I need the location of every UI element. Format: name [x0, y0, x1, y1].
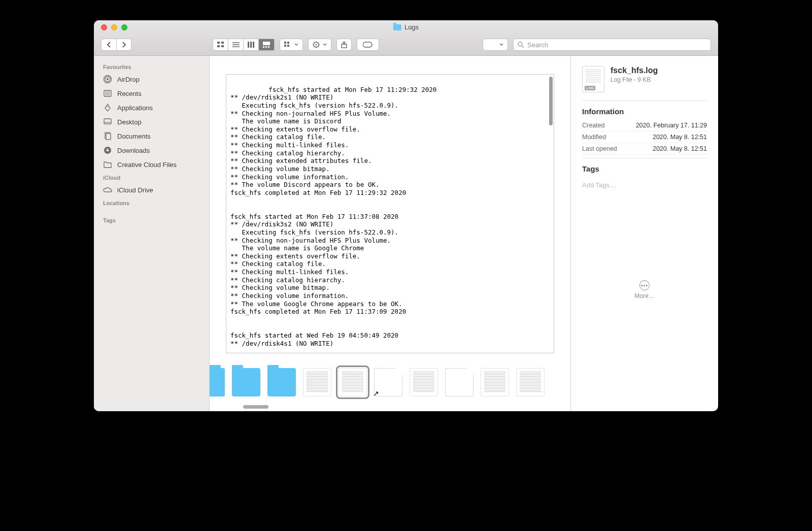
thumbnail-folder[interactable] — [210, 368, 225, 396]
thumbnail-file-selected[interactable] — [339, 368, 367, 396]
sidebar-item-recents[interactable]: Recents — [94, 86, 209, 101]
forward-button[interactable] — [116, 39, 131, 51]
info-filename: fsck_hfs.log — [611, 66, 658, 75]
sidebar-item-airdrop[interactable]: AirDrop — [94, 72, 209, 86]
search-field[interactable]: Search — [513, 39, 711, 51]
folder-icon — [393, 24, 401, 30]
action-menu-button[interactable] — [308, 39, 331, 51]
svg-rect-2 — [217, 45, 220, 47]
sidebar-item-icloud-drive[interactable]: iCloud Drive — [94, 183, 209, 197]
svg-rect-8 — [250, 42, 252, 48]
info-row-modified: Modified2020. May 8. 12:51 — [582, 131, 707, 143]
svg-rect-15 — [287, 42, 289, 44]
svg-rect-11 — [263, 46, 264, 48]
info-section-information: Information — [582, 101, 707, 116]
chevron-down-icon — [294, 43, 298, 46]
sidebar-item-applications[interactable]: Applications — [94, 101, 209, 115]
more-button[interactable]: ••• More… — [582, 280, 707, 300]
column-view-button[interactable] — [244, 39, 259, 50]
back-button[interactable] — [101, 39, 116, 51]
tags-button[interactable] — [357, 39, 379, 51]
sidebar-header-favourites: Favourites — [94, 61, 209, 72]
share-button[interactable] — [336, 39, 352, 51]
svg-point-30 — [518, 42, 522, 46]
traffic-lights — [94, 24, 127, 30]
thumbnail-folder[interactable] — [232, 368, 260, 396]
ellipsis-icon: ••• — [639, 280, 650, 290]
svg-line-31 — [522, 46, 524, 48]
path-dropdown[interactable] — [483, 39, 508, 51]
group-by-button[interactable] — [280, 39, 303, 51]
recents-icon — [103, 89, 112, 98]
view-switcher — [213, 39, 275, 51]
thumbnail-file[interactable]: ↗ — [374, 368, 402, 396]
documents-icon — [103, 131, 112, 141]
window-title-text: Logs — [404, 23, 419, 31]
finder-window: Logs Search — [94, 20, 718, 411]
sidebar-item-downloads[interactable]: Downloads — [94, 143, 209, 157]
preview-text: fsck_hfs started at Mon Feb 17 11:29:32 … — [230, 86, 436, 347]
sidebar-header-tags: Tags — [94, 214, 209, 225]
info-section-tags: Tags — [582, 158, 707, 173]
desktop-icon — [103, 117, 112, 126]
gallery-view-button[interactable] — [259, 39, 274, 50]
search-icon — [518, 42, 524, 48]
file-type-icon — [582, 66, 604, 92]
svg-rect-0 — [217, 42, 220, 44]
gallery-main: fsck_hfs started at Mon Feb 17 11:29:32 … — [210, 56, 571, 411]
thumbnail-scrollbar[interactable] — [210, 404, 570, 411]
thumbnail-file[interactable] — [445, 368, 473, 396]
tags-input[interactable]: Add Tags… — [582, 177, 707, 189]
svg-rect-12 — [265, 46, 267, 48]
svg-rect-13 — [268, 46, 269, 48]
thumbnail-file[interactable] — [303, 368, 331, 396]
svg-point-32 — [107, 78, 109, 80]
icon-view-button[interactable] — [213, 39, 228, 50]
svg-rect-3 — [221, 45, 224, 47]
window-title: Logs — [393, 23, 419, 31]
thumbnail-file[interactable] — [410, 368, 438, 396]
applications-icon — [103, 103, 112, 112]
svg-rect-16 — [284, 45, 286, 47]
svg-rect-40 — [104, 119, 111, 124]
sidebar-header-locations: Locations — [94, 197, 209, 208]
sidebar-item-documents[interactable]: Documents — [94, 129, 209, 143]
titlebar: Logs Search — [94, 20, 718, 56]
cloud-icon — [103, 185, 112, 194]
svg-rect-43 — [106, 134, 111, 140]
nav-buttons — [101, 39, 131, 51]
thumbnail-strip[interactable]: ↗ — [210, 360, 570, 404]
thumbnail-folder[interactable] — [267, 368, 296, 396]
preview-scrollbar[interactable] — [549, 77, 553, 125]
sidebar-header-icloud: iCloud — [94, 172, 209, 183]
info-panel: fsck_hfs.log Log File - 9 KB Information… — [571, 56, 718, 411]
svg-point-19 — [316, 44, 317, 46]
svg-rect-29 — [363, 42, 372, 47]
toolbar: Search — [94, 35, 718, 55]
sidebar-item-desktop[interactable]: Desktop — [94, 115, 209, 129]
info-row-last-opened: Last opened2020. May 8. 12:51 — [582, 143, 707, 155]
svg-rect-10 — [263, 42, 270, 45]
close-window-button[interactable] — [101, 24, 107, 30]
zoom-window-button[interactable] — [121, 24, 127, 30]
sidebar-item-creative-cloud[interactable]: Creative Cloud Files — [94, 157, 209, 172]
chevron-down-icon — [323, 43, 327, 46]
info-subtitle: Log File - 9 KB — [611, 76, 658, 83]
thumbnail-file[interactable] — [481, 368, 509, 396]
file-preview[interactable]: fsck_hfs started at Mon Feb 17 11:29:32 … — [226, 74, 554, 353]
sidebar: Favourites AirDrop Recents Applications … — [94, 56, 210, 411]
airdrop-icon — [103, 75, 112, 84]
chevron-down-icon — [499, 43, 503, 46]
info-row-created: Created2020. February 17. 11:29 — [582, 120, 707, 131]
alias-badge-icon: ↗ — [373, 389, 379, 397]
minimize-window-button[interactable] — [111, 24, 117, 30]
svg-rect-17 — [287, 45, 289, 47]
downloads-icon — [103, 146, 112, 155]
list-view-button[interactable] — [228, 39, 244, 50]
svg-rect-14 — [284, 42, 286, 44]
search-placeholder: Search — [527, 41, 548, 49]
svg-rect-1 — [221, 42, 224, 44]
thumbnail-file[interactable] — [516, 368, 545, 396]
folder-icon — [103, 160, 112, 169]
svg-rect-9 — [253, 42, 254, 48]
